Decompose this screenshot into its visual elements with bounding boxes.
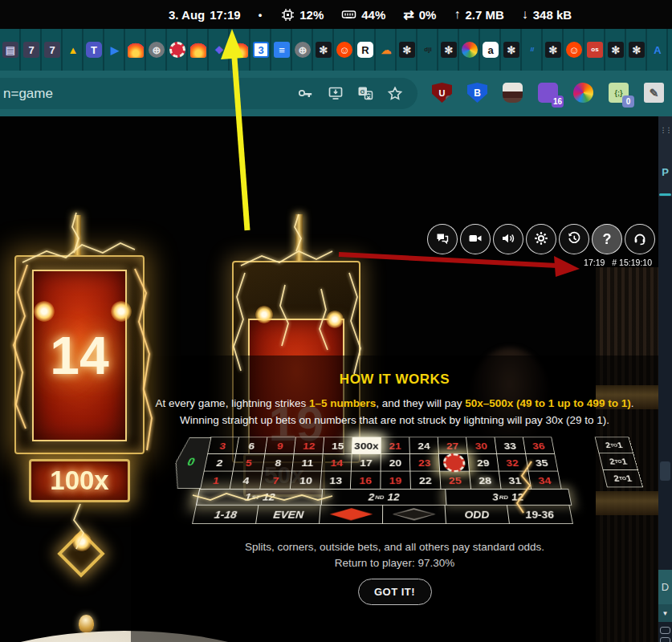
bookmark-favicon[interactable]: a [483,42,499,58]
bookmark-favicon[interactable]: 3 [253,42,269,58]
camera-button[interactable] [460,224,491,254]
bookmark-favicon[interactable] [232,42,248,58]
extension-button[interactable]: U 8 [432,83,452,103]
bookmark-favicon[interactable]: os [587,42,603,58]
bookmark-favicon[interactable]: ▶ [107,42,123,58]
spark-orb [255,306,273,323]
system-menubar: 3. Aug 17:19 • 12% 44% ⇄ 0% ↑ 2.7 MB ↓ 3… [0,0,672,29]
bookmark-favicon[interactable]: ⊕ [295,42,311,58]
swap-indicator[interactable]: ⇄ 0% [403,7,436,22]
download-icon: ↓ [522,7,528,22]
upload-icon: ↑ [454,7,460,22]
side-panel-button[interactable] [660,627,670,634]
headset-icon [633,231,647,248]
extension-button[interactable] [503,83,523,103]
volume-button[interactable] [493,224,523,254]
support-button[interactable] [625,224,655,254]
bookmark-favicon[interactable]: ✻ [608,42,624,58]
bookmark-favicon[interactable] [190,42,206,58]
chat-button[interactable] [427,224,458,254]
bookmark-favicon[interactable]: ✻ [399,42,415,58]
roulette-number-cell [438,453,470,471]
extension-badge: 16 [552,95,564,108]
roulette-table-diagram: 0 3691215300x212427303336 25811141720232… [161,437,616,524]
side-panel-tab[interactable]: P [658,166,672,178]
bookmark-favicon[interactable]: ✻ [316,42,332,58]
memory-indicator[interactable]: 44% [341,8,385,22]
monitor-download-icon[interactable] [328,86,344,101]
side-panel-section[interactable]: D [658,570,672,604]
volume-icon [501,231,515,248]
bookmark-favicon[interactable]: 7 [44,42,60,58]
roulette-number-cell: 300x [352,437,381,453]
roulette-number-cell: 2 [203,453,237,471]
drag-handle-icon[interactable]: ⋮⋮ [658,126,672,134]
history-icon [567,231,581,248]
bookmark-star-icon[interactable] [387,86,403,101]
extension-button[interactable]: B [467,83,487,103]
bookmark-favicon[interactable]: ☺ [566,42,582,58]
bookmark-favicon[interactable]: ▲ [65,42,81,58]
cpu-indicator[interactable]: 12% [281,8,324,22]
stream-controls: ? [427,224,655,254]
bookmark-favicon[interactable]: A [650,42,666,58]
bookmark-favicon[interactable]: ✻ [503,42,519,58]
diamond-icon [329,508,373,520]
outside-bet-cell [382,505,446,524]
bookmark-favicon[interactable]: ☺ [336,42,352,58]
side-panel-thumb[interactable] [660,461,670,481]
status-dot: • [259,9,263,21]
roulette-number-cell: 36 [523,437,555,453]
roulette-number-cell: 16 [350,471,381,490]
bookmark-favicon[interactable]: ▤ [2,42,18,58]
roulette-number-cell: 9 [264,437,295,453]
extension-button[interactable]: ✎ [644,83,664,103]
address-bar[interactable]: n=game G [0,78,417,109]
chevron-down-icon[interactable]: ▼ [658,604,672,622]
panel19-rod [295,214,303,262]
key-icon[interactable] [297,86,314,101]
bookmark-favicon[interactable] [169,42,185,58]
bookmark-favicon[interactable]: ⊕ [149,42,165,58]
outside-bet-cell: 1-18 [192,505,259,524]
help-button[interactable]: ? [592,224,622,254]
bookmark-favicon[interactable]: ✻ [629,42,645,58]
bookmark-favicon[interactable]: ✻ [441,42,457,58]
bookmark-favicon[interactable]: dji [420,42,436,58]
roulette-number-cell: 21 [381,437,410,453]
bookmark-favicon[interactable]: ✻ [545,42,561,58]
bookmark-favicon[interactable]: ≡ [274,42,290,58]
settings-button[interactable] [526,224,556,254]
bookmark-favicon[interactable]: ☁ [378,42,394,58]
help-icon: ? [603,231,612,248]
bookmark-favicon[interactable] [462,42,478,58]
side-panel-tab-indicator [659,193,671,196]
network-up-indicator[interactable]: ↑ 2.7 MB [454,7,503,22]
history-button[interactable] [559,224,589,254]
extension-icons: U 8 B 16 [432,83,664,103]
menubar-date: 3. Aug [169,8,205,22]
spark-orb [34,301,55,322]
panel14-rod [74,215,81,258]
extension-button[interactable]: 16 [538,83,558,103]
bookmark-favicon[interactable]: ❖ [211,42,227,58]
translate-icon[interactable]: G [357,86,373,101]
side-panel-button[interactable] [660,637,670,642]
outside-bet-cell: EVEN [255,505,321,524]
bookmark-favicon[interactable]: 7 [23,42,39,58]
extension-button[interactable] [573,83,593,103]
roulette-number-cell: 23 [409,453,440,471]
clock[interactable]: 3. Aug 17:19 [169,8,241,22]
bookmark-favicon[interactable]: T [86,42,102,58]
extension-badge: 8 [446,95,458,108]
got-it-button[interactable]: GOT IT! [358,579,432,605]
settings-icon [534,231,548,248]
url-text[interactable]: n=game [3,86,53,102]
extension-button[interactable]: {;} 0 [609,83,629,103]
bookmark-favicon[interactable] [128,42,144,58]
network-down-indicator[interactable]: ↓ 348 kB [522,7,572,22]
bookmark-favicon[interactable]: // [524,42,540,58]
table-row-top: 3691215300x212427303336 [207,437,599,454]
bookmark-favicon[interactable]: R [357,42,373,58]
outside-bet-cell: ODD [445,505,510,524]
